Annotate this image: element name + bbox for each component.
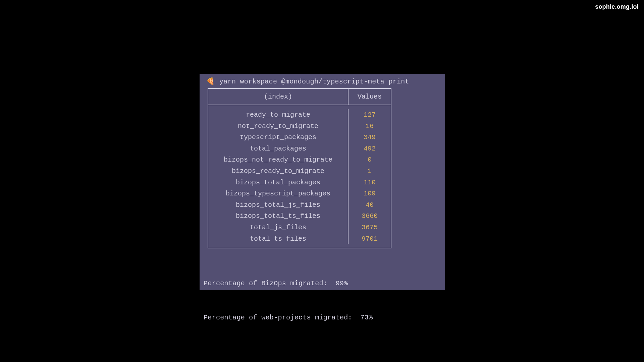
- terminal-window: 🍕 yarn workspace @mondough/typescript-me…: [200, 74, 445, 290]
- row-value: 3675: [348, 222, 391, 233]
- header-values: Values: [348, 89, 391, 105]
- row-key: typescript_packages: [208, 132, 348, 143]
- prompt-line: 🍕 yarn workspace @mondough/typescript-me…: [206, 77, 439, 86]
- row-key: ready_to_migrate: [208, 109, 348, 121]
- row-value: 1: [348, 166, 391, 177]
- table-row: total_js_files 3675: [208, 222, 391, 233]
- row-key: bizops_total_packages: [208, 177, 348, 188]
- row-value: 110: [348, 177, 391, 188]
- watermark-text: sophie.omg.lol: [595, 3, 639, 10]
- row-key: bizops_ready_to_migrate: [208, 166, 348, 177]
- table-row: bizops_not_ready_to_migrate 0: [208, 154, 391, 166]
- table-row: typescript_packages 349: [208, 132, 391, 143]
- row-key: total_ts_files: [208, 233, 348, 245]
- table-row: total_packages 492: [208, 143, 391, 155]
- row-key: bizops_not_ready_to_migrate: [208, 154, 348, 166]
- row-key: total_packages: [208, 143, 348, 155]
- table-row: bizops_total_ts_files 3660: [208, 210, 391, 222]
- row-value: 109: [348, 188, 391, 199]
- table-row: bizops_total_js_files 40: [208, 199, 391, 211]
- row-value: 16: [348, 121, 391, 132]
- summary-line-2: Percentage of web-projects migrated: 73%: [204, 312, 439, 323]
- summary-block: Percentage of BizOps migrated: 99% Perce…: [204, 255, 439, 346]
- table-row: ready_to_migrate 127: [208, 109, 391, 121]
- table-body: ready_to_migrate 127 not_ready_to_migrat…: [208, 105, 391, 248]
- table-header: (index) Values: [208, 89, 391, 105]
- summary-line-1: Percentage of BizOps migrated: 99%: [204, 278, 439, 289]
- pizza-icon: 🍕: [206, 77, 215, 86]
- table-row: bizops_typescript_packages 109: [208, 188, 391, 199]
- row-value: 0: [348, 154, 391, 166]
- table-row: total_ts_files 9701: [208, 233, 391, 245]
- row-value: 349: [348, 132, 391, 143]
- row-key: not_ready_to_migrate: [208, 121, 348, 132]
- row-value: 9701: [348, 233, 391, 245]
- row-key: bizops_total_ts_files: [208, 210, 348, 222]
- table-row: bizops_ready_to_migrate 1: [208, 166, 391, 177]
- row-key: bizops_typescript_packages: [208, 188, 348, 199]
- header-index: (index): [208, 89, 348, 105]
- row-key: bizops_total_js_files: [208, 199, 348, 211]
- row-value: 40: [348, 199, 391, 211]
- stats-table: (index) Values ready_to_migrate 127 not_…: [208, 88, 391, 248]
- row-value: 3660: [348, 210, 391, 222]
- row-key: total_js_files: [208, 222, 348, 233]
- row-value: 492: [348, 143, 391, 155]
- table-row: bizops_total_packages 110: [208, 177, 391, 188]
- command-text: yarn workspace @mondough/typescript-meta…: [219, 77, 409, 86]
- table-row: not_ready_to_migrate 16: [208, 121, 391, 132]
- row-value: 127: [348, 109, 391, 121]
